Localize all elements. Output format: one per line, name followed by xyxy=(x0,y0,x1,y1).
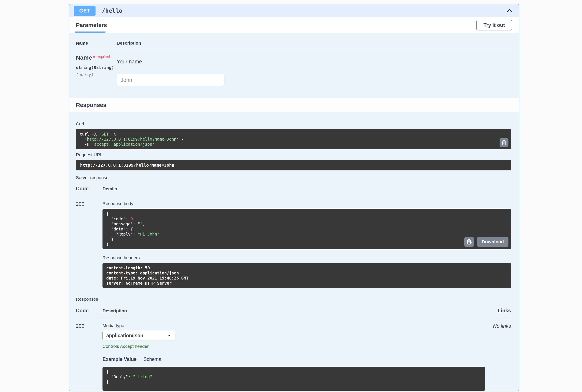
status-code: 200 xyxy=(76,201,102,288)
tab-schema[interactable]: Schema xyxy=(143,356,161,362)
required-star: * xyxy=(93,54,95,61)
parameter-row: Name*required string($string) (query) Yo… xyxy=(76,54,511,86)
request-url-value: http://127.0.0.1:8199/hello?Name=John xyxy=(80,162,174,168)
response-body-actions: Download xyxy=(464,237,509,247)
json-punct: , xyxy=(133,216,135,221)
details-column-header: Details xyxy=(102,186,117,191)
parameter-type: string($string) xyxy=(76,65,117,70)
operation-panel-get-hello: GET /hello Parameters Try it out Name De… xyxy=(69,4,519,391)
divider xyxy=(76,49,511,49)
chevron-down-icon xyxy=(166,333,172,338)
json-string: "Hi John" xyxy=(138,232,159,236)
json-line: } xyxy=(106,236,507,242)
parameter-location: (query) xyxy=(76,72,117,77)
json-number: 0 xyxy=(130,216,133,221)
curl-command-block: curl -X 'GET' \ 'http://127.0.0.1:8199/h… xyxy=(76,129,511,149)
method-badge: GET xyxy=(74,6,95,16)
curl-text: \ xyxy=(179,137,184,142)
responses-section-body: Curl curl -X 'GET' \ 'http://127.0.0.1:8… xyxy=(69,112,519,391)
description-column-header: Description xyxy=(102,308,127,313)
header-line: content-length: 50 xyxy=(106,265,507,270)
response-body-label: Response body xyxy=(102,201,511,206)
code-column-header: Code xyxy=(76,308,102,314)
curl-string: 'GET' xyxy=(99,132,111,136)
curl-string: 'accept: application/json' xyxy=(92,142,154,146)
json-line: } xyxy=(106,379,481,384)
code-column-header: Code xyxy=(76,186,102,192)
clipboard-copy-icon xyxy=(466,239,472,245)
server-response-label: Server response xyxy=(76,175,511,180)
name-parameter-input[interactable] xyxy=(117,74,224,86)
parameters-description-header: Description xyxy=(117,40,141,46)
response-headers-label: Response headers xyxy=(102,255,511,260)
documented-response-row: 200 Media type application/json Controls… xyxy=(76,323,511,391)
documented-responses-label: Responses xyxy=(76,297,511,302)
json-line: "data": { xyxy=(106,226,507,232)
links-column-header: Links xyxy=(498,308,511,314)
json-empty-string: "" xyxy=(138,222,143,226)
parameter-meta: Name*required string($string) (query) xyxy=(76,54,117,86)
header-line: server: GoFrame HTTP Server xyxy=(106,280,507,286)
parameters-section: Name Description Name*required string($s… xyxy=(69,33,519,98)
curl-string: 'http://127.0.0.1:8199/hello?Name=John' xyxy=(84,137,179,142)
server-response-table-header: Code Details xyxy=(76,186,511,192)
curl-text xyxy=(80,137,84,142)
documented-responses-table-header: Code Description Links xyxy=(76,308,511,314)
controls-accept-note: Controls Accept header. xyxy=(102,344,493,349)
responses-section-title: Responses xyxy=(76,102,106,108)
json-key: "Reply": xyxy=(106,232,138,236)
example-value-block: { "Reply": "string" } xyxy=(102,367,485,391)
json-line: { xyxy=(106,211,507,216)
tab-separator xyxy=(140,356,140,362)
divider xyxy=(76,318,511,318)
try-it-out-button[interactable]: Try it out xyxy=(476,20,512,30)
json-key: "message": xyxy=(106,222,138,226)
download-button[interactable]: Download xyxy=(477,237,509,247)
server-response-details: Response body { "code": 0, "message": ""… xyxy=(102,201,511,288)
response-headers-block: content-length: 50 content-type: applica… xyxy=(102,263,511,288)
parameter-name: Name xyxy=(76,54,92,61)
response-body-block: { "code": 0, "message": "", "data": { "R… xyxy=(102,209,511,249)
json-line: { xyxy=(106,369,481,374)
request-url-label: Request URL xyxy=(76,152,511,157)
chevron-up-icon xyxy=(505,6,514,15)
json-string: "string" xyxy=(133,374,152,379)
doc-response-description: Media type application/json Controls Acc… xyxy=(102,323,493,391)
operation-tab-bar: Parameters Try it out xyxy=(69,17,519,33)
tab-parameters[interactable]: Parameters xyxy=(76,17,107,33)
parameter-description: Your name xyxy=(117,58,224,65)
model-example-tabs: Example Value Schema xyxy=(102,356,493,362)
divider xyxy=(76,196,511,196)
operation-summary[interactable]: GET /hello xyxy=(69,4,519,17)
doc-status-code: 200 xyxy=(76,323,102,391)
copy-curl-button[interactable] xyxy=(500,138,509,147)
json-key: "code": xyxy=(106,216,130,221)
tab-parameters-label: Parameters xyxy=(76,22,107,28)
copy-response-button[interactable] xyxy=(464,237,474,247)
required-label: required xyxy=(96,55,110,59)
json-punct: , xyxy=(143,222,145,226)
tab-active-underline xyxy=(75,32,105,33)
request-url-block: http://127.0.0.1:8199/hello?Name=John xyxy=(76,160,511,170)
collapse-button[interactable] xyxy=(505,6,514,16)
media-type-selected: application/json xyxy=(106,333,166,338)
server-response-row: 200 Response body { "code": 0, "message"… xyxy=(76,201,511,288)
tab-example-value[interactable]: Example Value xyxy=(102,356,136,362)
curl-label: Curl xyxy=(76,121,511,126)
header-line: date: Fri,19 Nov 2021 15:40:26 GMT xyxy=(106,276,507,280)
media-type-label: Media type xyxy=(102,323,493,328)
json-key: "Reply": xyxy=(106,374,133,379)
curl-text: curl -X xyxy=(80,132,99,136)
parameters-name-header: Name xyxy=(76,40,117,46)
parameters-table-header: Name Description xyxy=(76,40,511,46)
curl-text: \ xyxy=(111,132,116,136)
responses-section-header: Responses xyxy=(69,98,519,112)
curl-text: -H xyxy=(80,142,92,146)
json-line: } xyxy=(106,242,507,247)
media-type-select[interactable]: application/json xyxy=(102,331,175,340)
no-links-value: No links xyxy=(493,323,511,391)
header-line: content-type: application/json xyxy=(106,270,507,276)
parameter-description-cell: Your name xyxy=(117,54,224,86)
operation-path: /hello xyxy=(102,8,122,14)
clipboard-copy-icon xyxy=(501,140,507,146)
